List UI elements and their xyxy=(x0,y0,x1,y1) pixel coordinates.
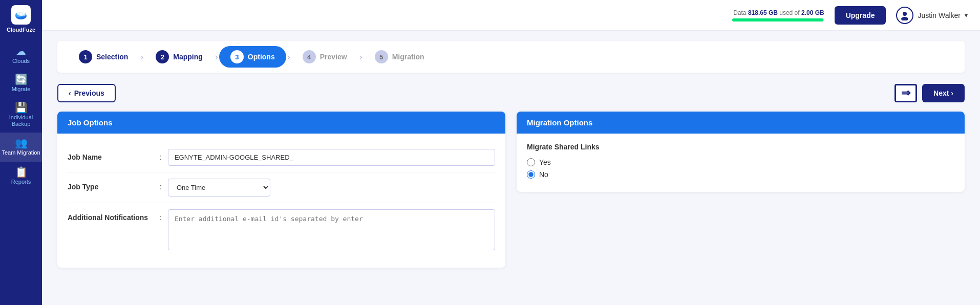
next-area: ⇒ Next › xyxy=(894,84,965,102)
job-type-control: One Time Scheduled xyxy=(168,179,495,197)
migration-options-body: Migrate Shared Links Yes No xyxy=(517,134,965,192)
clouds-icon: ☁ xyxy=(16,46,26,56)
additional-notifications-row: Additional Notifications : xyxy=(68,203,495,258)
sidebar-label-clouds: Clouds xyxy=(12,58,30,64)
step-num-2: 2 xyxy=(156,50,169,63)
step-label-options: Options xyxy=(248,53,275,61)
job-type-row: Job Type : One Time Scheduled xyxy=(68,172,495,203)
job-options-body: Job Name : Job Type : xyxy=(57,134,505,268)
sidebar-item-individual-backup[interactable]: 💾 Individual Backup xyxy=(0,97,42,133)
step-num-4: 4 xyxy=(303,50,316,63)
job-name-row: Job Name : xyxy=(68,143,495,172)
sidebar-item-reports[interactable]: 📋 Reports xyxy=(0,162,42,190)
job-options-card: Job Options Job Name : Job Type xyxy=(57,112,505,268)
upgrade-button[interactable]: Upgrade xyxy=(835,6,886,25)
next-label: Next › xyxy=(933,89,953,97)
migration-options-header: Migration Options xyxy=(517,112,965,134)
step-label-selection: Selection xyxy=(96,53,128,61)
user-name: Justin Walker xyxy=(918,11,961,19)
radio-yes-label[interactable]: Yes xyxy=(539,158,551,166)
panel-right: Migration Options Migrate Shared Links Y… xyxy=(517,112,965,268)
panels-row: Job Options Job Name : Job Type xyxy=(57,112,965,268)
sidebar-label-migrate: Migrate xyxy=(12,86,31,92)
step-label-mapping: Mapping xyxy=(173,53,203,61)
data-usage-text: Data 818.65 GB used of 2.00 GB xyxy=(733,9,824,16)
total-amount: 2.00 GB xyxy=(801,9,824,16)
main-content: Data 818.65 GB used of 2.00 GB Upgrade J… xyxy=(42,0,980,305)
user-avatar xyxy=(896,7,913,24)
stepper: 1 Selection › 2 Mapping › 3 Options › 4 … xyxy=(57,41,965,73)
sidebar-item-clouds[interactable]: ☁ Clouds xyxy=(0,41,42,69)
radio-yes[interactable] xyxy=(527,158,535,166)
additional-notifications-textarea[interactable] xyxy=(168,209,495,250)
svg-point-4 xyxy=(903,12,907,16)
topbar: Data 818.65 GB used of 2.00 GB Upgrade J… xyxy=(42,0,980,31)
migrate-icon: 🔄 xyxy=(15,74,28,84)
job-type-label: Job Type xyxy=(68,179,160,191)
progress-bar-background xyxy=(732,18,824,21)
step-num-1: 1 xyxy=(79,50,92,63)
step-selection[interactable]: 1 Selection xyxy=(68,46,139,68)
brand-icon xyxy=(11,5,31,25)
step-mapping[interactable]: 2 Mapping xyxy=(144,46,214,68)
additional-notifications-label: Additional Notifications xyxy=(68,209,160,222)
topbar-data: Data 818.65 GB used of 2.00 GB xyxy=(732,9,824,21)
step-arrow-4: › xyxy=(359,52,363,62)
sidebar-label-reports: Reports xyxy=(11,179,31,185)
navigation-row: ‹ Previous ⇒ Next › xyxy=(57,84,965,102)
svg-point-5 xyxy=(901,17,908,20)
brand-label: CloudFuze xyxy=(7,27,35,33)
next-button[interactable]: Next › xyxy=(922,84,965,102)
panel-left: Job Options Job Name : Job Type xyxy=(57,112,505,268)
step-label-migration: Migration xyxy=(392,53,424,61)
job-name-colon: : xyxy=(160,149,168,161)
step-arrow-3: › xyxy=(287,52,290,62)
additional-notifications-colon: : xyxy=(160,209,168,222)
job-name-label: Job Name xyxy=(68,149,160,161)
next-arrow-decoration: ⇒ xyxy=(894,84,917,102)
step-label-preview: Preview xyxy=(320,53,347,61)
step-migration[interactable]: 5 Migration xyxy=(364,46,436,68)
job-name-input[interactable] xyxy=(168,149,495,166)
step-preview[interactable]: 4 Preview xyxy=(291,46,358,68)
content-area: 1 Selection › 2 Mapping › 3 Options › 4 … xyxy=(42,31,980,305)
migrate-shared-links-label: Migrate Shared Links xyxy=(527,143,954,151)
sidebar-label-team-migration: Team Migration xyxy=(2,149,40,156)
step-num-3: 3 xyxy=(230,50,244,63)
radio-no-label[interactable]: No xyxy=(539,170,548,179)
step-arrow-2: › xyxy=(215,52,218,62)
radio-no[interactable] xyxy=(527,170,535,179)
sidebar-label-backup: Individual Backup xyxy=(0,114,42,127)
used-amount: 818.65 GB xyxy=(748,9,778,16)
user-dropdown-icon[interactable]: ▾ xyxy=(965,12,968,19)
sidebar-brand: CloudFuze xyxy=(7,5,35,33)
additional-notifications-control xyxy=(168,209,495,252)
job-type-colon: : xyxy=(160,179,168,191)
migration-options-card: Migration Options Migrate Shared Links Y… xyxy=(517,112,965,192)
radio-no-row: No xyxy=(527,170,954,179)
prev-arrow-icon: ‹ xyxy=(69,89,71,97)
previous-label: Previous xyxy=(74,89,104,97)
job-type-select[interactable]: One Time Scheduled xyxy=(168,179,270,197)
sidebar-item-migrate[interactable]: 🔄 Migrate xyxy=(0,69,42,97)
step-options[interactable]: 3 Options xyxy=(219,46,286,68)
sidebar-nav: ☁ Clouds 🔄 Migrate 💾 Individual Backup 👥… xyxy=(0,41,42,190)
radio-yes-row: Yes xyxy=(527,158,954,166)
previous-button[interactable]: ‹ Previous xyxy=(57,84,116,102)
progress-bar-fill xyxy=(732,18,823,21)
job-options-header: Job Options xyxy=(57,112,505,134)
step-arrow-1: › xyxy=(140,52,143,62)
sidebar-item-team-migration[interactable]: 👥 Team Migration xyxy=(0,133,42,161)
team-migration-icon: 👥 xyxy=(15,138,28,148)
sidebar: CloudFuze ☁ Clouds 🔄 Migrate 💾 Individua… xyxy=(0,0,42,305)
reports-icon: 📋 xyxy=(15,167,28,177)
svg-point-3 xyxy=(17,11,25,16)
step-num-5: 5 xyxy=(375,50,388,63)
backup-icon: 💾 xyxy=(15,102,28,113)
user-info[interactable]: Justin Walker ▾ xyxy=(896,7,968,24)
job-name-control xyxy=(168,149,495,166)
